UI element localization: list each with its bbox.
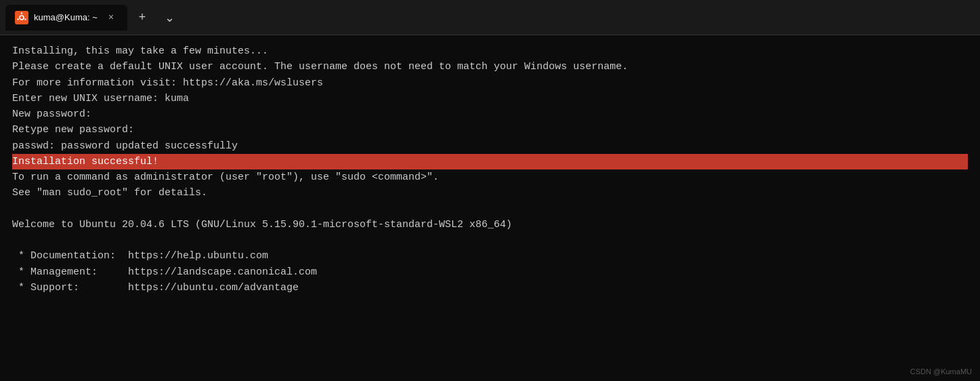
tab-ubuntu-icon bbox=[15, 11, 28, 24]
terminal-line bbox=[12, 233, 968, 248]
active-tab[interactable]: kuma@Kuma: ~ × bbox=[5, 5, 127, 31]
terminal-output: Installing, this may take a few minutes.… bbox=[12, 43, 968, 296]
terminal-line: For more information visit: https://aka.… bbox=[12, 75, 968, 91]
svg-point-4 bbox=[17, 18, 18, 20]
terminal-line: * Management: https://landscape.canonica… bbox=[12, 264, 968, 280]
tab-close-button[interactable]: × bbox=[104, 11, 118, 24]
terminal-line: Installing, this may take a few minutes.… bbox=[12, 43, 968, 59]
terminal-line: passwd: password updated successfully bbox=[12, 138, 968, 154]
terminal-line: * Support: https://ubuntu.com/advantage bbox=[12, 280, 968, 296]
terminal-line: Welcome to Ubuntu 20.04.6 LTS (GNU/Linux… bbox=[12, 217, 968, 233]
new-tab-button[interactable]: + bbox=[130, 5, 154, 30]
terminal-line: * Documentation: https://help.ubuntu.com bbox=[12, 248, 968, 264]
terminal-line: Enter new UNIX username: kuma bbox=[12, 91, 968, 106]
terminal-line: Installation successful! bbox=[12, 154, 968, 169]
terminal-line bbox=[12, 201, 968, 217]
svg-point-3 bbox=[24, 18, 26, 20]
titlebar: kuma@Kuma: ~ × + ⌄ bbox=[0, 0, 980, 35]
tab-title-label: kuma@Kuma: ~ bbox=[34, 12, 99, 22]
svg-point-2 bbox=[21, 12, 22, 14]
watermark: CSDN @KumaMU bbox=[910, 367, 972, 376]
terminal-line: See "man sudo_root" for details. bbox=[12, 185, 968, 201]
terminal-line: To run a command as administrator (user … bbox=[12, 169, 968, 185]
terminal-line: New password: bbox=[12, 106, 968, 122]
terminal-line: Please create a default UNIX user accoun… bbox=[12, 59, 968, 75]
terminal-line: Retype new password: bbox=[12, 122, 968, 138]
dropdown-button[interactable]: ⌄ bbox=[157, 5, 182, 30]
terminal-body: Installing, this may take a few minutes.… bbox=[0, 35, 980, 381]
svg-point-0 bbox=[17, 13, 26, 22]
